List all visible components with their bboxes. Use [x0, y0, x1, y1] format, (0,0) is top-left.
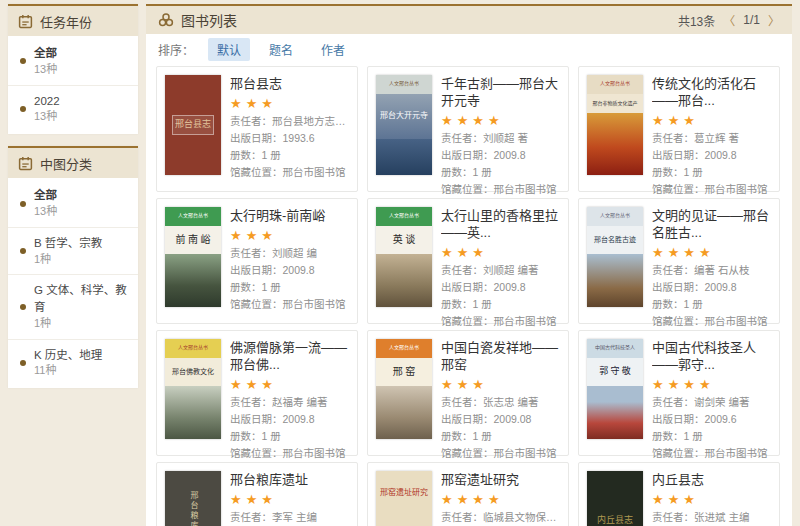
- cover-segment: 人文邢台丛书: [376, 75, 432, 94]
- bullet-dot-icon: [20, 248, 26, 254]
- book-card[interactable]: 邢台县志 邢台县志 ★★★ 责任者：邢台县地方志编纂委...出版日期：1993.…: [156, 66, 358, 192]
- book-title[interactable]: 中国古代科技圣人——郭守...: [652, 340, 771, 374]
- book-cover: 人文邢台丛书邢 窑: [376, 339, 432, 439]
- book-meta-line: 责任者：葛立辉 著: [652, 130, 771, 147]
- rating-stars: ★★★★: [652, 245, 771, 260]
- bullet-dot-icon: [20, 304, 26, 310]
- book-cover: 人文邢台丛书英 谈: [376, 207, 432, 307]
- book-meta-line: 出版日期：2009.8: [652, 147, 771, 164]
- bullet-dot-icon: [20, 58, 26, 64]
- book-title[interactable]: 太行山里的香格里拉——英...: [441, 208, 560, 242]
- filter-label: 2022: [34, 93, 60, 110]
- filter-label: 全部: [34, 45, 57, 62]
- books-icon: [158, 12, 174, 28]
- book-title[interactable]: 太行明珠-前南峪: [230, 208, 349, 225]
- book-card[interactable]: 人文邢台丛书前 南 峪 太行明珠-前南峪 ★★★ 责任者：刘顺超 编出版日期：2…: [156, 198, 358, 324]
- book-meta-line: 册数：1 册: [652, 428, 771, 445]
- filter-label: B 哲学、宗教: [34, 235, 102, 252]
- book-meta-line: 出版日期：1993.6: [230, 130, 349, 147]
- cover-segment: 邢台非物质文化遗产: [587, 94, 643, 113]
- book-meta-line: 馆藏位置：邢台市图书馆: [230, 296, 349, 313]
- sort-option[interactable]: 作者: [312, 38, 354, 61]
- book-card[interactable]: 邢窑遗址研究临城县文物保管所 编 邢窑遗址研究 ★★★★ 责任者：临城县文物保管…: [367, 462, 569, 526]
- book-meta-line: 责任者：临城县文物保管所 ...: [441, 509, 560, 526]
- book-card[interactable]: 人文邢台丛书邢台大开元寺 千年古刹——邢台大开元寺 ★★★★ 责任者：刘顺超 著…: [367, 66, 569, 192]
- sort-option[interactable]: 题名: [260, 38, 302, 61]
- sort-option[interactable]: 默认: [208, 38, 250, 61]
- filter-count: 1种: [34, 316, 132, 332]
- book-card[interactable]: 人文邢台丛书邢台名胜古迹 文明的见证——邢台名胜古... ★★★★ 责任者：编著…: [578, 198, 780, 324]
- cover-segment: 人文邢台丛书: [376, 339, 432, 358]
- rating-stars: ★★★★: [652, 377, 771, 392]
- book-title[interactable]: 千年古刹——邢台大开元寺: [441, 76, 560, 110]
- sort-label: 排序：: [158, 41, 194, 58]
- filter-count: 13种: [34, 62, 57, 78]
- book-title[interactable]: 文明的见证——邢台名胜古...: [652, 208, 771, 242]
- book-card[interactable]: 中国古代科技圣人郭 守 敬 中国古代科技圣人——郭守... ★★★★ 责任者：谢…: [578, 330, 780, 456]
- sidebar-filter-item[interactable]: 2022 13种: [8, 85, 138, 133]
- rating-stars: ★★★: [230, 377, 349, 392]
- rating-stars: ★★★★: [441, 492, 560, 507]
- book-cover: 人文邢台丛书邢台大开元寺: [376, 75, 432, 175]
- rating-stars: ★★★: [652, 113, 771, 128]
- book-meta: 责任者：谢剑荣 编著出版日期：2009.6册数：1 册馆藏位置：邢台市图书馆: [652, 394, 771, 462]
- rating-stars: ★★★: [441, 377, 560, 392]
- filter-label: G 文体、科学、教育: [34, 282, 132, 315]
- book-meta-line: 馆藏位置：邢台市图书馆: [652, 181, 771, 198]
- sidebar-filter-item[interactable]: K 历史、地理 11种: [8, 339, 138, 387]
- sidebar-filter-item[interactable]: G 文体、科学、教育 1种: [8, 274, 138, 338]
- book-title[interactable]: 佛源僧脉第一流——邢台佛...: [230, 340, 349, 374]
- book-meta-line: 册数：1 册: [652, 296, 771, 313]
- book-meta-line: 出版日期：2009.6: [652, 411, 771, 428]
- cover-segment: 邢台名胜古迹: [587, 226, 643, 254]
- cover-segment: [587, 254, 643, 307]
- filter-count: 1种: [34, 252, 102, 268]
- sidebar-filter-panel: 中图分类 全部 13种 B 哲学、宗教 1种 G 文体、科学、教育 1种 K 历…: [8, 146, 138, 388]
- book-cover: 人文邢台丛书邢台佛教文化: [165, 339, 221, 439]
- sidebar-filter-item[interactable]: 全部 13种: [8, 38, 138, 85]
- sidebar-section-list: 全部 13种 2022 13种: [8, 36, 138, 134]
- next-page-button[interactable]: 〉: [768, 12, 780, 29]
- book-meta: 责任者：葛立辉 著出版日期：2009.8册数：1 册馆藏位置：邢台市图书馆: [652, 130, 771, 198]
- sidebar-section-title: 中图分类: [40, 154, 92, 173]
- book-title[interactable]: 中国白瓷发祥地——邢窑: [441, 340, 560, 374]
- book-card[interactable]: 人文邢台丛书邢台佛教文化 佛源僧脉第一流——邢台佛... ★★★ 责任者：赵福寿…: [156, 330, 358, 456]
- sidebar-filter-item[interactable]: 全部 13种: [8, 180, 138, 227]
- total-count: 共13条: [678, 12, 715, 29]
- book-meta-line: 册数：1 册: [652, 164, 771, 181]
- book-cover: 人文邢台丛书邢台非物质文化遗产: [587, 75, 643, 175]
- sidebar: 任务年份 全部 13种 2022 13种 中图分类 全部: [8, 4, 138, 400]
- book-meta-line: 责任者：张志忠 编著: [441, 394, 560, 411]
- book-title[interactable]: 邢台县志: [230, 76, 349, 93]
- cover-segment: 人文邢台丛书: [587, 207, 643, 226]
- cover-segment: 人文邢台丛书: [587, 75, 643, 94]
- cover-segment: 邢台粮库遗址: [165, 471, 221, 526]
- book-meta-line: 责任者：刘顺超 编著: [441, 262, 560, 279]
- book-title[interactable]: 邢台粮库遗址: [230, 472, 349, 489]
- filter-label: K 历史、地理: [34, 347, 102, 364]
- prev-page-button[interactable]: 〈: [723, 12, 735, 29]
- book-card[interactable]: 人文邢台丛书邢 窑 中国白瓷发祥地——邢窑 ★★★ 责任者：张志忠 编著出版日期…: [367, 330, 569, 456]
- filter-count: 13种: [34, 204, 57, 220]
- book-card[interactable]: 人文邢台丛书邢台非物质文化遗产 传统文化的活化石——邢台... ★★★ 责任者：…: [578, 66, 780, 192]
- book-card[interactable]: 内丘县志 内丘县志 ★★★ 责任者：张进斌 主编出版日期：2006.4: [578, 462, 780, 526]
- filter-count: 11种: [34, 363, 102, 379]
- rating-stars: ★★★: [230, 492, 349, 507]
- book-meta-line: 出版日期：2009.8: [441, 279, 560, 296]
- book-meta-line: 馆藏位置：邢台市图书馆: [441, 313, 560, 330]
- book-meta: 责任者：邢台县地方志编纂委...出版日期：1993.6册数：1 册馆藏位置：邢台…: [230, 113, 349, 181]
- book-card[interactable]: 人文邢台丛书英 谈 太行山里的香格里拉——英... ★★★ 责任者：刘顺超 编著…: [367, 198, 569, 324]
- book-cover: 邢台县志: [165, 75, 221, 175]
- book-meta-line: 责任者：张进斌 主编: [652, 509, 771, 526]
- book-meta: 责任者：李军 主编出版日期：2005.8: [230, 509, 349, 526]
- book-title[interactable]: 邢窑遗址研究: [441, 472, 560, 489]
- cover-segment: 临城县文物保管所 编: [376, 516, 432, 526]
- list-title-group: 图书列表: [158, 10, 237, 30]
- cover-segment: 邢台佛教文化: [165, 358, 221, 386]
- book-card[interactable]: 邢台粮库遗址 邢台粮库遗址 ★★★ 责任者：李军 主编出版日期：2005.8: [156, 462, 358, 526]
- book-meta-line: 馆藏位置：邢台市图书馆: [441, 445, 560, 462]
- book-title[interactable]: 传统文化的活化石——邢台...: [652, 76, 771, 110]
- sidebar-filter-item[interactable]: B 哲学、宗教 1种: [8, 227, 138, 275]
- book-meta-line: 出版日期：2009.8: [441, 147, 560, 164]
- book-title[interactable]: 内丘县志: [652, 472, 771, 489]
